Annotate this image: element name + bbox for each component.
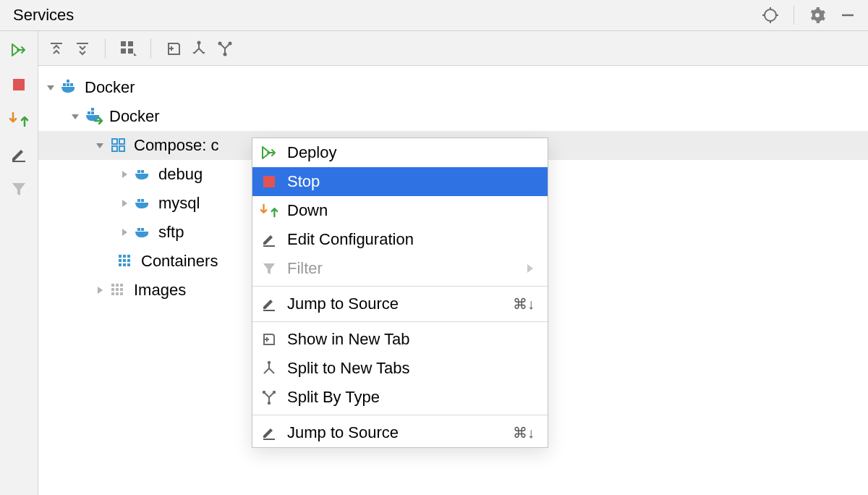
split-tabs-icon[interactable] [189,38,210,59]
down-icon[interactable] [9,108,29,131]
svg-rect-24 [70,83,73,86]
chevron-down-icon[interactable] [43,80,59,96]
svg-rect-11 [121,41,126,46]
svg-rect-27 [91,108,94,111]
svg-rect-45 [123,263,126,266]
chevron-right-icon[interactable] [116,166,132,182]
svg-rect-35 [141,199,144,202]
svg-rect-32 [137,170,140,173]
svg-point-64 [268,402,271,405]
gear-icon[interactable] [807,5,827,25]
target-icon[interactable] [760,5,780,25]
menu-item-jump-to-source-2[interactable]: Jump to Source ⌘↓ [252,418,548,447]
svg-rect-26 [91,111,94,114]
services-toolbar [38,31,868,66]
svg-rect-55 [120,292,123,295]
toolbar-separator [105,38,106,59]
menu-item-jump-to-source[interactable]: Jump to Source ⌘↓ [252,289,548,318]
menu-label: Deploy [287,143,535,162]
collapse-all-icon[interactable] [72,38,93,59]
menu-item-show-new-tab[interactable]: Show in New Tab [252,325,548,354]
menu-shortcut: ⌘↓ [513,424,535,441]
svg-point-20 [224,52,227,56]
tree-label: Docker [85,78,135,97]
menu-item-down[interactable]: Down [252,196,548,225]
menu-item-filter: Filter [252,254,548,283]
minimize-icon[interactable] [838,5,858,25]
stop-icon[interactable] [12,73,26,96]
chevron-down-icon[interactable] [92,138,108,153]
svg-rect-13 [121,48,126,54]
open-new-tab-icon [260,330,278,349]
menu-label: Down [287,201,535,220]
menu-item-deploy[interactable]: Deploy [252,138,548,167]
tree-label: Containers [141,252,218,271]
expand-all-icon[interactable] [46,38,67,59]
svg-rect-36 [137,228,140,231]
group-by-icon[interactable] [117,38,139,59]
containers-icon [116,252,135,271]
svg-point-19 [229,41,232,45]
svg-rect-25 [88,111,90,114]
images-icon [109,281,128,300]
svg-rect-23 [67,80,69,82]
chevron-right-icon[interactable] [116,195,132,211]
svg-point-61 [268,361,271,364]
toolbar-separator [150,38,151,59]
edit-icon [260,230,278,249]
down-icon [260,201,278,220]
svg-rect-41 [119,259,122,262]
chevron-right-icon[interactable] [116,224,132,240]
docker-icon [134,194,153,213]
svg-rect-50 [111,288,114,291]
menu-label: Show in New Tab [287,330,535,349]
menu-label: Filter [287,259,517,278]
svg-rect-37 [141,228,144,231]
menu-item-split-by-type[interactable]: Split By Type [252,383,548,412]
tree-label: Compose: c [134,136,218,155]
svg-rect-57 [263,245,275,247]
open-new-tab-icon[interactable] [163,38,184,59]
docker-icon [60,78,79,97]
tree-label: debug [158,165,203,184]
svg-rect-31 [119,146,124,151]
menu-item-edit-config[interactable]: Edit Configuration [252,225,548,254]
edit-icon[interactable] [10,143,27,166]
svg-point-62 [263,391,265,394]
filter-icon[interactable] [11,177,27,200]
svg-point-17 [197,41,201,44]
svg-point-63 [273,391,276,394]
deploy-icon[interactable] [10,38,27,62]
chevron-down-icon[interactable] [67,109,83,124]
tree-node-docker-root[interactable]: Docker [38,73,868,102]
menu-item-stop[interactable]: Stop [252,167,548,196]
stop-icon [260,172,278,191]
split-by-type-icon[interactable] [215,38,237,59]
chevron-right-icon [526,259,535,278]
svg-rect-14 [128,48,133,54]
docker-icon [134,223,153,242]
menu-label: Edit Configuration [287,230,535,249]
tree-label: Images [134,281,186,300]
svg-point-5 [815,13,820,17]
split-by-type-icon [260,388,278,407]
svg-rect-8 [12,161,25,162]
tree-label: sftp [158,223,184,242]
menu-label: Split to New Tabs [287,359,535,378]
context-menu: Deploy Stop Down Edit Configuration [252,138,548,448]
svg-rect-12 [128,41,133,46]
svg-rect-47 [111,284,114,287]
menu-shortcut: ⌘↓ [513,295,535,313]
svg-rect-29 [119,139,124,144]
tree-node-docker-conn[interactable]: Docker [38,102,868,131]
menu-separator [252,415,548,415]
filter-icon [260,259,278,278]
svg-point-0 [765,9,776,21]
header-separator [793,6,794,25]
svg-rect-42 [123,259,126,262]
chevron-right-icon[interactable] [92,282,108,298]
svg-rect-52 [120,288,123,291]
tree-label: mysql [158,194,200,213]
svg-rect-21 [63,83,66,86]
menu-item-split-new-tabs[interactable]: Split to New Tabs [252,354,548,383]
